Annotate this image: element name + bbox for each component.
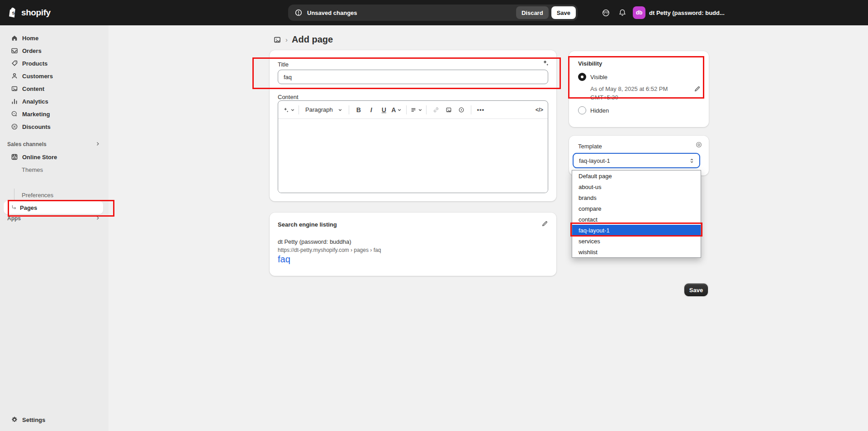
discard-button[interactable]: Discard — [516, 6, 549, 19]
template-selected-value: faq-layout-1 — [579, 157, 610, 164]
template-option-highlighted[interactable]: faq-layout-1 — [572, 225, 701, 236]
sidebar-item-home[interactable]: Home — [4, 32, 105, 44]
seo-title-link[interactable]: faq — [278, 254, 290, 265]
template-option[interactable]: Default page — [572, 171, 701, 181]
template-select[interactable]: faq-layout-1 — [573, 153, 700, 168]
sidebar-item-customers[interactable]: Customers — [4, 70, 105, 82]
shopify-logo[interactable]: S shopify — [8, 0, 51, 25]
editor-toolbar: Paragraph B I U A — [278, 101, 548, 119]
more-options-button[interactable]: ••• — [475, 104, 487, 116]
editor-content-area[interactable] — [278, 119, 548, 193]
gear-icon — [11, 416, 18, 423]
account-name: dt Petty (password: budd... — [649, 9, 725, 16]
store-preview-icon[interactable] — [602, 9, 610, 17]
template-dropdown: Default page about-us brands compare con… — [572, 170, 701, 258]
rich-text-editor: Paragraph B I U A — [278, 100, 548, 193]
shopify-admin-window: S shopify Unsaved changes Discard Save — [0, 0, 868, 431]
bold-button[interactable]: B — [353, 104, 365, 116]
unsaved-changes-label: Unsaved changes — [307, 9, 357, 16]
page-icon[interactable] — [273, 36, 281, 44]
page-title: Add page — [292, 34, 333, 45]
template-option[interactable]: compare — [572, 203, 701, 214]
sidebar-item-products[interactable]: Products — [4, 57, 105, 70]
chevron-right-icon[interactable] — [95, 215, 100, 221]
sidebar-item-marketing[interactable]: Marketing — [4, 108, 105, 120]
paragraph-style-dropdown[interactable]: Paragraph — [303, 104, 345, 116]
hidden-label: Hidden — [590, 107, 609, 114]
alert-icon — [294, 9, 303, 17]
underline-button[interactable]: U — [378, 104, 390, 116]
content-field-label: Content — [278, 94, 299, 100]
sidebar-item-label: Content — [22, 85, 44, 92]
alignment-button[interactable] — [410, 104, 422, 116]
sidebar-item-orders[interactable]: Orders — [4, 44, 105, 57]
sales-channels-header[interactable]: Sales channels — [7, 141, 47, 147]
magic-sparkle-icon[interactable] — [542, 59, 549, 66]
seo-card-heading: Search engine listing — [278, 221, 337, 228]
chevron-right-icon[interactable] — [95, 141, 100, 147]
person-icon — [11, 72, 18, 80]
sidebar-item-preferences[interactable]: Preferences — [22, 189, 53, 200]
page-details-card: Title Content Paragraph B I U — [270, 50, 556, 201]
visible-label: Visible — [590, 74, 607, 81]
sidebar-item-themes[interactable]: Themes — [22, 164, 43, 175]
template-option[interactable]: services — [572, 236, 701, 246]
insert-video-button[interactable] — [455, 104, 467, 116]
sidebar-item-label: Marketing — [22, 111, 50, 118]
template-option[interactable]: contact — [572, 214, 701, 225]
link-button[interactable] — [430, 104, 442, 116]
title-input[interactable] — [278, 70, 548, 84]
template-option[interactable]: brands — [572, 192, 701, 203]
sidebar-item-label: Products — [22, 60, 47, 67]
notifications-bell-icon[interactable] — [618, 9, 626, 17]
sidebar-item-analytics[interactable]: Analytics — [4, 95, 105, 108]
visibility-heading: Visibility — [578, 60, 602, 67]
save-button[interactable]: Save — [684, 284, 708, 296]
code-view-button[interactable]: </> — [536, 107, 543, 113]
edit-pencil-icon[interactable] — [694, 85, 701, 92]
sidebar-item-discounts[interactable]: Discounts — [4, 120, 105, 133]
sidebar-item-label: Discounts — [22, 123, 51, 130]
paragraph-style-label: Paragraph — [305, 106, 333, 113]
sidebar-item-settings[interactable]: Settings — [4, 413, 105, 426]
sidebar: Home Orders Products Customers Content A… — [0, 25, 109, 431]
breadcrumb-separator: › — [285, 36, 288, 43]
template-option[interactable]: wishlist — [572, 246, 701, 257]
template-option[interactable]: about-us — [572, 181, 701, 192]
svg-text:S: S — [12, 10, 15, 15]
account-menu[interactable]: db dt Petty (password: budd... — [633, 6, 868, 19]
target-icon — [11, 110, 18, 118]
home-icon — [11, 34, 18, 42]
tag-icon — [11, 60, 18, 67]
sidebar-item-label: Pages — [20, 204, 37, 211]
text-color-button[interactable]: A — [391, 104, 403, 116]
sidebar-item-pages[interactable]: Pages — [4, 201, 103, 214]
ai-magic-button[interactable] — [283, 104, 295, 116]
storefront-icon — [11, 153, 18, 161]
italic-button[interactable]: I — [365, 104, 377, 116]
sidebar-item-label: Orders — [22, 47, 42, 54]
sidebar-item-online-store[interactable]: Online Store — [4, 151, 105, 163]
elbow-arrow-icon — [11, 204, 17, 211]
title-field-label: Title — [278, 61, 289, 68]
insert-image-button[interactable] — [443, 104, 455, 116]
sidebar-item-content[interactable]: Content — [4, 82, 105, 95]
topbar-save-button[interactable]: Save — [551, 6, 576, 19]
shopify-bag-icon: S — [8, 7, 18, 18]
apps-header[interactable]: Apps — [7, 215, 21, 222]
sidebar-item-label: Home — [22, 35, 38, 42]
template-heading: Template — [578, 143, 602, 150]
orders-icon — [11, 47, 18, 54]
hidden-option[interactable]: Hidden — [578, 106, 609, 114]
radio-unselected-icon[interactable] — [578, 106, 586, 114]
topbar: S shopify Unsaved changes Discard Save — [0, 0, 868, 25]
visible-option[interactable]: Visible — [578, 73, 607, 81]
view-eye-icon[interactable] — [695, 141, 702, 148]
text-color-label: A — [391, 106, 396, 114]
bar-chart-icon — [11, 98, 18, 105]
sidebar-item-label: Online Store — [22, 154, 57, 161]
sidebar-item-label: Settings — [22, 417, 45, 423]
sidebar-item-label: Analytics — [22, 98, 48, 105]
radio-selected-icon[interactable] — [578, 73, 586, 81]
edit-pencil-icon[interactable] — [541, 220, 548, 227]
